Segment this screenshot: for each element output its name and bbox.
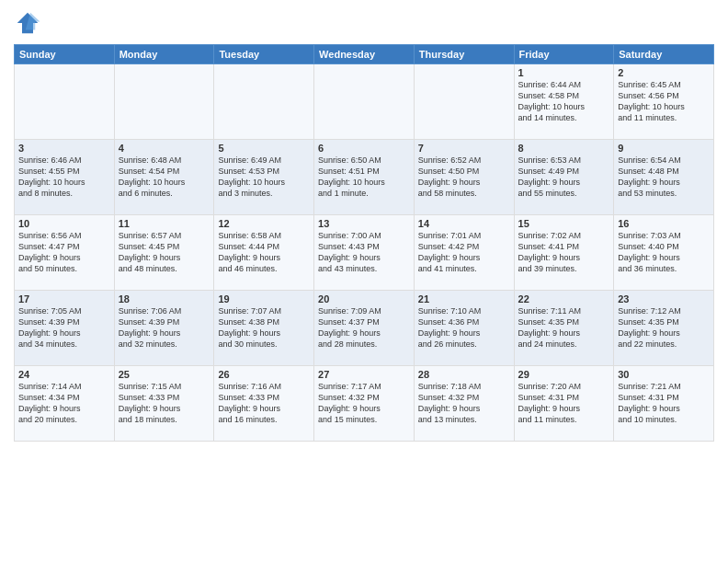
header <box>14 9 714 37</box>
calendar-cell: 2Sunrise: 6:45 AM Sunset: 4:56 PM Daylig… <box>614 64 714 140</box>
calendar-cell: 3Sunrise: 6:46 AM Sunset: 4:55 PM Daylig… <box>15 140 115 215</box>
day-info: Sunrise: 7:00 AM Sunset: 4:43 PM Dayligh… <box>318 230 410 275</box>
day-info: Sunrise: 6:56 AM Sunset: 4:47 PM Dayligh… <box>18 230 110 275</box>
day-info: Sunrise: 7:18 AM Sunset: 4:32 PM Dayligh… <box>418 381 510 426</box>
calendar-cell <box>414 64 514 140</box>
day-info: Sunrise: 6:58 AM Sunset: 4:44 PM Dayligh… <box>218 230 310 275</box>
calendar-cell: 1Sunrise: 6:44 AM Sunset: 4:58 PM Daylig… <box>514 64 614 140</box>
day-info: Sunrise: 6:50 AM Sunset: 4:51 PM Dayligh… <box>318 155 410 200</box>
calendar-cell: 9Sunrise: 6:54 AM Sunset: 4:48 PM Daylig… <box>614 140 714 215</box>
day-info: Sunrise: 7:06 AM Sunset: 4:39 PM Dayligh… <box>119 305 210 350</box>
weekday-header-friday: Friday <box>514 45 614 64</box>
calendar-cell: 19Sunrise: 7:07 AM Sunset: 4:38 PM Dayli… <box>214 291 314 366</box>
day-number: 17 <box>18 293 110 304</box>
calendar-cell: 21Sunrise: 7:10 AM Sunset: 4:36 PM Dayli… <box>414 291 514 366</box>
calendar-cell: 10Sunrise: 6:56 AM Sunset: 4:47 PM Dayli… <box>15 215 115 291</box>
calendar-cell <box>114 64 214 140</box>
logo <box>14 9 45 37</box>
calendar-cell: 11Sunrise: 6:57 AM Sunset: 4:45 PM Dayli… <box>114 215 214 291</box>
calendar-cell: 23Sunrise: 7:12 AM Sunset: 4:35 PM Dayli… <box>614 291 714 366</box>
day-number: 29 <box>518 369 610 380</box>
day-number: 20 <box>318 293 410 304</box>
day-info: Sunrise: 6:45 AM Sunset: 4:56 PM Dayligh… <box>618 79 710 124</box>
day-info: Sunrise: 6:44 AM Sunset: 4:58 PM Dayligh… <box>518 79 610 124</box>
day-number: 3 <box>18 143 110 154</box>
day-number: 8 <box>518 143 610 154</box>
weekday-header-tuesday: Tuesday <box>214 45 314 64</box>
calendar-cell: 14Sunrise: 7:01 AM Sunset: 4:42 PM Dayli… <box>414 215 514 291</box>
page: SundayMondayTuesdayWednesdayThursdayFrid… <box>0 0 728 563</box>
day-number: 11 <box>119 218 210 229</box>
day-info: Sunrise: 7:17 AM Sunset: 4:32 PM Dayligh… <box>318 381 410 426</box>
calendar-table: SundayMondayTuesdayWednesdayThursdayFrid… <box>14 44 714 442</box>
week-row-3: 17Sunrise: 7:05 AM Sunset: 4:39 PM Dayli… <box>15 291 714 366</box>
day-info: Sunrise: 7:10 AM Sunset: 4:36 PM Dayligh… <box>418 305 510 350</box>
calendar-cell: 5Sunrise: 6:49 AM Sunset: 4:53 PM Daylig… <box>214 140 314 215</box>
logo-icon <box>14 9 41 37</box>
day-info: Sunrise: 6:54 AM Sunset: 4:48 PM Dayligh… <box>618 155 710 200</box>
calendar-cell: 27Sunrise: 7:17 AM Sunset: 4:32 PM Dayli… <box>314 366 415 442</box>
weekday-header-thursday: Thursday <box>414 45 514 64</box>
day-info: Sunrise: 7:01 AM Sunset: 4:42 PM Dayligh… <box>418 230 510 275</box>
calendar-cell: 4Sunrise: 6:48 AM Sunset: 4:54 PM Daylig… <box>114 140 214 215</box>
day-number: 25 <box>119 369 210 380</box>
day-number: 2 <box>618 67 710 78</box>
week-row-4: 24Sunrise: 7:14 AM Sunset: 4:34 PM Dayli… <box>15 366 714 442</box>
calendar-cell: 22Sunrise: 7:11 AM Sunset: 4:35 PM Dayli… <box>514 291 614 366</box>
day-number: 27 <box>318 369 410 380</box>
day-info: Sunrise: 6:53 AM Sunset: 4:49 PM Dayligh… <box>518 155 610 200</box>
day-number: 6 <box>318 143 410 154</box>
day-number: 24 <box>18 369 110 380</box>
day-number: 30 <box>618 369 710 380</box>
day-number: 10 <box>18 218 110 229</box>
day-number: 13 <box>318 218 410 229</box>
day-info: Sunrise: 7:12 AM Sunset: 4:35 PM Dayligh… <box>618 305 710 350</box>
day-number: 7 <box>418 143 510 154</box>
day-number: 16 <box>618 218 710 229</box>
calendar-cell: 12Sunrise: 6:58 AM Sunset: 4:44 PM Dayli… <box>214 215 314 291</box>
calendar-cell: 28Sunrise: 7:18 AM Sunset: 4:32 PM Dayli… <box>414 366 514 442</box>
day-info: Sunrise: 7:03 AM Sunset: 4:40 PM Dayligh… <box>618 230 710 275</box>
day-number: 21 <box>418 293 510 304</box>
week-row-0: 1Sunrise: 6:44 AM Sunset: 4:58 PM Daylig… <box>15 64 714 140</box>
day-number: 14 <box>418 218 510 229</box>
day-number: 15 <box>518 218 610 229</box>
week-row-2: 10Sunrise: 6:56 AM Sunset: 4:47 PM Dayli… <box>15 215 714 291</box>
day-number: 26 <box>218 369 310 380</box>
day-number: 23 <box>618 293 710 304</box>
day-number: 18 <box>119 293 210 304</box>
calendar-cell: 26Sunrise: 7:16 AM Sunset: 4:33 PM Dayli… <box>214 366 314 442</box>
day-number: 28 <box>418 369 510 380</box>
weekday-header-row: SundayMondayTuesdayWednesdayThursdayFrid… <box>15 45 714 64</box>
day-info: Sunrise: 7:15 AM Sunset: 4:33 PM Dayligh… <box>119 381 210 426</box>
calendar-cell: 13Sunrise: 7:00 AM Sunset: 4:43 PM Dayli… <box>314 215 415 291</box>
calendar-cell: 15Sunrise: 7:02 AM Sunset: 4:41 PM Dayli… <box>514 215 614 291</box>
day-info: Sunrise: 7:14 AM Sunset: 4:34 PM Dayligh… <box>18 381 110 426</box>
week-row-1: 3Sunrise: 6:46 AM Sunset: 4:55 PM Daylig… <box>15 140 714 215</box>
day-number: 1 <box>518 67 610 78</box>
weekday-header-wednesday: Wednesday <box>314 45 415 64</box>
day-info: Sunrise: 7:09 AM Sunset: 4:37 PM Dayligh… <box>318 305 410 350</box>
day-info: Sunrise: 7:11 AM Sunset: 4:35 PM Dayligh… <box>518 305 610 350</box>
day-info: Sunrise: 7:21 AM Sunset: 4:31 PM Dayligh… <box>618 381 710 426</box>
day-number: 19 <box>218 293 310 304</box>
calendar-cell: 29Sunrise: 7:20 AM Sunset: 4:31 PM Dayli… <box>514 366 614 442</box>
day-info: Sunrise: 6:52 AM Sunset: 4:50 PM Dayligh… <box>418 155 510 200</box>
calendar-cell: 17Sunrise: 7:05 AM Sunset: 4:39 PM Dayli… <box>15 291 115 366</box>
day-info: Sunrise: 7:05 AM Sunset: 4:39 PM Dayligh… <box>18 305 110 350</box>
calendar-cell: 16Sunrise: 7:03 AM Sunset: 4:40 PM Dayli… <box>614 215 714 291</box>
calendar-cell: 18Sunrise: 7:06 AM Sunset: 4:39 PM Dayli… <box>114 291 214 366</box>
day-number: 4 <box>119 143 210 154</box>
calendar-cell <box>15 64 115 140</box>
day-number: 9 <box>618 143 710 154</box>
day-info: Sunrise: 7:07 AM Sunset: 4:38 PM Dayligh… <box>218 305 310 350</box>
calendar-cell: 25Sunrise: 7:15 AM Sunset: 4:33 PM Dayli… <box>114 366 214 442</box>
day-number: 12 <box>218 218 310 229</box>
calendar-cell: 6Sunrise: 6:50 AM Sunset: 4:51 PM Daylig… <box>314 140 415 215</box>
weekday-header-saturday: Saturday <box>614 45 714 64</box>
calendar-cell: 30Sunrise: 7:21 AM Sunset: 4:31 PM Dayli… <box>614 366 714 442</box>
calendar-cell: 7Sunrise: 6:52 AM Sunset: 4:50 PM Daylig… <box>414 140 514 215</box>
day-info: Sunrise: 7:02 AM Sunset: 4:41 PM Dayligh… <box>518 230 610 275</box>
day-info: Sunrise: 6:49 AM Sunset: 4:53 PM Dayligh… <box>218 155 310 200</box>
calendar-cell: 24Sunrise: 7:14 AM Sunset: 4:34 PM Dayli… <box>15 366 115 442</box>
